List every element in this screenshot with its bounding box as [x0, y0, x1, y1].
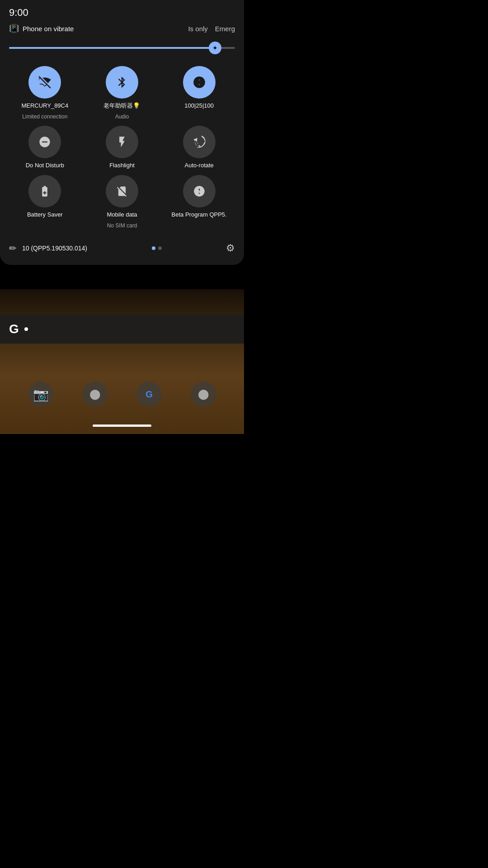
beta-program-tile-icon [183, 175, 216, 208]
vibrate-icon: 📳 [9, 24, 19, 33]
data-saver-tile-label: 100|25|100 [184, 102, 214, 110]
beta-program-tile-label: Beta Program QPP5. [172, 211, 227, 219]
dock-icon-google[interactable]: G [136, 382, 162, 407]
home-indicator[interactable] [93, 425, 151, 427]
battery-saver-tile-label: Battery Saver [27, 211, 63, 219]
brightness-icon: ✦ [212, 44, 218, 52]
battery-saver-tile-icon [28, 175, 61, 208]
phone-status-row: 📳 Phone on vibrate [9, 24, 74, 33]
mobile-data-tile[interactable]: Mobile data No SIM card [86, 175, 158, 229]
dock-icon-4[interactable]: ⬤ [191, 382, 216, 407]
flashlight-tile-icon [106, 126, 138, 158]
mobile-data-tile-sublabel: No SIM card [107, 222, 137, 230]
battery-saver-icon [38, 185, 51, 198]
brightness-fill [9, 47, 212, 49]
dock: 📷 ⬤ G ⬤ [0, 382, 244, 407]
bluetooth-tile[interactable]: 老年助听器💡 Audio [86, 66, 158, 120]
mobile-data-tile-icon [106, 175, 138, 208]
autorotate-tile-icon [183, 126, 216, 158]
data-saver-tile[interactable]: 100|25|100 [163, 66, 235, 120]
phone-vibrate-label: Phone on vibrate [23, 25, 74, 33]
brightness-thumb[interactable]: ✦ [209, 42, 221, 54]
dnd-tile[interactable]: Do Not Disturb [9, 126, 81, 170]
dot-2 [158, 246, 162, 250]
dot-1 [152, 246, 155, 250]
dock-icon-2[interactable]: ⬤ [82, 382, 108, 407]
dock-icon-1[interactable]: 📷 [28, 382, 53, 407]
battery-saver-tile[interactable]: Battery Saver [9, 175, 81, 229]
emergency-button[interactable]: Emerg [215, 25, 235, 33]
beta-program-tile[interactable]: Beta Program QPP5. [163, 175, 235, 229]
flashlight-icon [116, 136, 128, 148]
page-dots [152, 246, 162, 250]
bluetooth-tile-sublabel: Audio [115, 113, 129, 121]
dnd-icon [38, 136, 51, 148]
beta-icon [193, 185, 206, 198]
wallpaper [0, 289, 244, 434]
wifi-tile-label: MERCURY_89C4 [21, 102, 68, 110]
dnd-tile-label: Do Not Disturb [26, 162, 64, 170]
settings-icon[interactable]: ⚙ [226, 242, 235, 254]
data-saver-icon [193, 76, 206, 89]
build-number: 10 (QPP5.190530.014) [22, 245, 87, 252]
brightness-row[interactable]: ✦ [0, 37, 244, 62]
autorotate-tile-label: Auto-rotate [185, 162, 214, 170]
qs-footer: ✏ 10 (QPP5.190530.014) ⚙ [0, 237, 244, 258]
flashlight-tile[interactable]: Flashlight [86, 126, 158, 170]
wifi-off-icon [38, 76, 51, 89]
autorotate-tile[interactable]: Auto-rotate [163, 126, 235, 170]
google-search-bar[interactable]: G [0, 315, 244, 344]
quick-settings-panel: 9:00 📳 Phone on vibrate Is only Emerg ✦ [0, 0, 244, 265]
brightness-track [9, 47, 235, 49]
footer-left: ✏ 10 (QPP5.190530.014) [9, 243, 87, 254]
bluetooth-tile-label: 老年助听器💡 [103, 102, 140, 110]
google-g-logo: G [9, 322, 19, 336]
qs-header: 📳 Phone on vibrate Is only Emerg [0, 22, 244, 37]
is-only-button[interactable]: Is only [188, 25, 207, 33]
rotate-icon [193, 136, 206, 148]
bluetooth-tile-icon [106, 66, 138, 99]
mobile-data-tile-label: Mobile data [107, 211, 137, 219]
wifi-tile-icon [28, 66, 61, 99]
data-saver-tile-icon [183, 66, 216, 99]
bluetooth-icon [116, 76, 128, 89]
wifi-tile[interactable]: MERCURY_89C4 Limited connection [9, 66, 81, 120]
status-time: 9:00 [9, 7, 28, 19]
quick-tiles-grid: MERCURY_89C4 Limited connection 老年助听器💡 A… [0, 62, 244, 233]
flashlight-tile-label: Flashlight [109, 162, 135, 170]
status-bar: 9:00 [0, 0, 244, 22]
google-dot [24, 327, 28, 331]
edit-icon[interactable]: ✏ [9, 243, 17, 254]
wifi-tile-sublabel: Limited connection [22, 113, 67, 121]
no-sim-icon [116, 185, 128, 198]
brightness-slider[interactable]: ✦ [9, 41, 235, 55]
header-buttons: Is only Emerg [188, 25, 235, 33]
dnd-tile-icon [28, 126, 61, 158]
